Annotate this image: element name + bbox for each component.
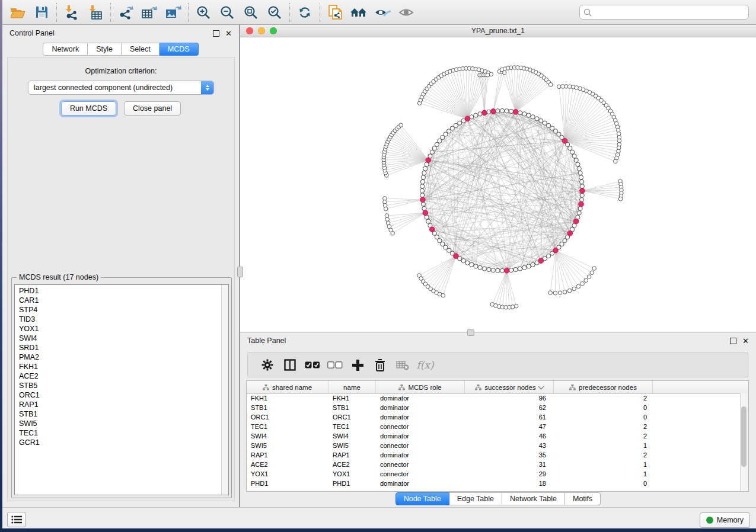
mcds-hub-node[interactable] [538,258,544,264]
mcds-result-item[interactable]: CAR1 [15,296,221,305]
mcds-result-item[interactable]: RAP1 [15,400,221,409]
table-row[interactable]: SWI4SWI4dominator462 [247,431,741,441]
network-node[interactable] [474,113,478,117]
table-cell[interactable]: YOX1 [247,469,328,479]
table-cell[interactable]: 47 [465,422,554,431]
table-row[interactable]: FKH1FKH1dominator962 [247,393,741,403]
column-header-predecessor-nodes[interactable]: predecessor nodes [554,381,653,393]
mcds-hub-node[interactable] [426,158,431,163]
table-cell[interactable]: 1 [554,469,653,479]
hide-selected-icon[interactable] [371,2,394,23]
table-cell[interactable]: 2 [554,422,653,431]
network-node[interactable] [420,184,425,188]
mcds-hub-node[interactable] [513,110,518,115]
mcds-result-item[interactable]: SWI4 [15,334,221,343]
mcds-result-item[interactable]: TEC1 [15,428,221,438]
network-node[interactable] [578,206,582,210]
mcds-hub-node[interactable] [430,227,435,232]
tab-select[interactable]: Select [122,43,160,56]
table-cell[interactable]: 2 [554,450,653,460]
table-cell[interactable]: 62 [465,403,554,412]
close-table-panel-icon[interactable]: ✕ [742,338,749,344]
export-table-icon[interactable] [138,2,161,23]
network-node[interactable] [385,214,389,218]
table-cell[interactable]: connector [376,422,465,431]
network-node[interactable] [618,197,623,201]
network-node[interactable] [567,289,572,293]
network-node[interactable] [426,219,430,223]
network-node[interactable] [509,109,513,113]
network-node[interactable] [391,232,395,236]
table-cell[interactable]: STB1 [247,403,328,412]
network-node[interactable] [474,264,478,268]
run-mcds-button[interactable]: Run MCDS [61,101,116,116]
zoom-out-icon[interactable] [215,2,239,23]
mcds-hub-node[interactable] [482,110,487,116]
table-row[interactable]: ORC1ORC1dominator610 [247,412,741,422]
mcds-hub-node[interactable] [491,109,496,114]
table-cell[interactable]: STB1 [328,403,376,412]
mcds-result-item[interactable]: STB1 [15,409,221,419]
tab-mcds[interactable]: MCDS [160,43,199,56]
network-node[interactable] [580,198,584,202]
close-panel-icon[interactable]: ✕ [225,31,232,36]
table-cell[interactable]: ORC1 [247,412,328,422]
table-cell[interactable] [653,450,741,460]
network-graph[interactable] [240,37,756,332]
import-network-icon[interactable] [60,2,84,23]
table-cell[interactable]: SWI5 [328,441,376,450]
network-node[interactable] [576,162,580,166]
network-node[interactable] [422,171,426,175]
network-node[interactable] [465,261,470,265]
network-node[interactable] [487,110,491,114]
table-cell[interactable]: TEC1 [328,422,376,431]
network-node[interactable] [587,275,591,279]
network-node[interactable] [570,150,575,154]
table-cell[interactable]: SWI5 [247,441,328,450]
table-cell[interactable]: 46 [465,431,554,441]
export-image-icon[interactable] [161,2,185,23]
network-node[interactable] [496,268,500,273]
mcds-result-item[interactable]: YOX1 [15,324,221,334]
table-cell[interactable]: RAP1 [247,450,328,460]
mcds-result-item[interactable]: PMA2 [15,352,221,362]
table-row[interactable]: ACE2ACE2connector311 [247,460,741,469]
table-cell[interactable] [653,431,741,441]
mcds-hub-node[interactable] [423,210,428,216]
mcds-result-item[interactable]: ORC1 [15,390,221,400]
table-cell[interactable]: dominator [376,403,465,412]
network-node[interactable] [458,121,462,125]
table-cell[interactable]: ACE2 [247,460,328,469]
network-node[interactable] [421,175,425,180]
table-cell[interactable] [653,412,741,422]
table-cell[interactable] [653,422,741,431]
network-node[interactable] [543,121,547,125]
delete-table-icon[interactable] [391,360,414,370]
table-cell[interactable]: connector [376,469,465,479]
network-node[interactable] [527,264,531,268]
table-cell[interactable]: dominator [376,393,465,403]
table-cell[interactable] [653,403,741,412]
mcds-result-item[interactable]: SWI5 [15,419,221,428]
search-input[interactable] [595,8,745,17]
network-node[interactable] [547,123,551,127]
network-node[interactable] [592,267,596,271]
tab-edge-table[interactable]: Edge Table [449,492,502,505]
network-node[interactable] [522,112,527,116]
network-node[interactable] [399,123,403,127]
show-all-icon[interactable] [394,2,418,23]
network-node[interactable] [513,267,518,271]
tab-network-table[interactable]: Network Table [502,492,565,505]
network-node[interactable] [461,259,465,263]
network-node[interactable] [420,193,425,197]
zoom-selected-icon[interactable] [263,2,286,23]
network-node[interactable] [420,188,424,193]
mcds-result-item[interactable]: SRD1 [15,343,221,352]
memory-button[interactable]: Memory [700,512,750,528]
mcds-hub-node[interactable] [562,139,567,144]
table-cell[interactable]: 96 [465,393,554,403]
mcds-result-item[interactable]: STB5 [15,381,221,390]
network-node[interactable] [574,158,578,162]
network-node[interactable] [590,271,594,275]
network-node[interactable] [421,202,425,206]
